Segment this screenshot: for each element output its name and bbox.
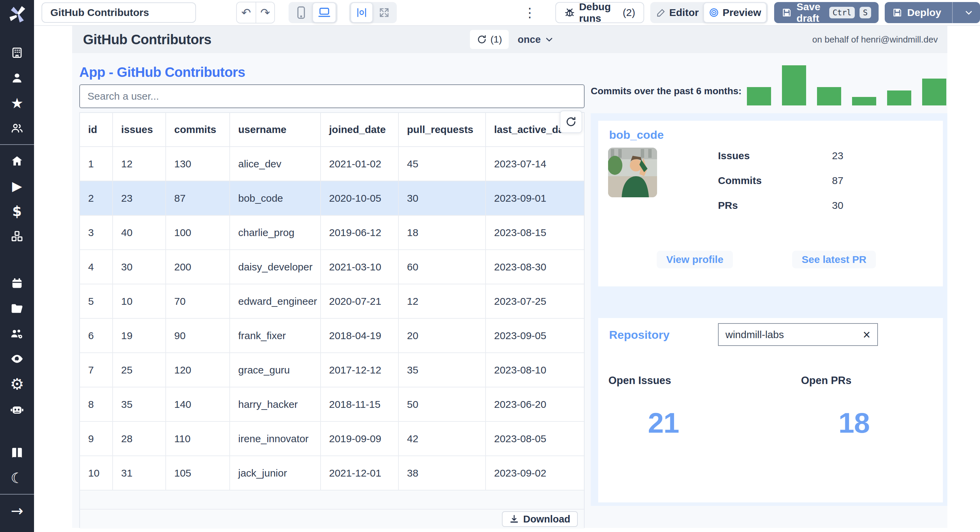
table-cell: 100 [166,216,230,249]
table-row[interactable]: 835140harry_hacker2018-11-15502023-06-20 [80,387,584,422]
home-icon[interactable] [0,148,34,173]
table-row[interactable]: 51070edward_engineer2020-07-21122023-07-… [80,284,584,319]
chart-bar [747,87,771,105]
book-icon[interactable] [0,440,34,465]
table-cell: 30 [399,181,486,215]
repository-card: Repository windmill-labs × Open Issues O… [598,318,943,502]
chart-bar [817,87,841,105]
robot-icon[interactable] [0,397,34,422]
moon-icon[interactable]: ☾ [0,465,34,491]
column-header-issues[interactable]: issues [113,113,166,146]
table-cell: 2023-08-30 [486,250,584,284]
app-title-input[interactable] [41,2,196,23]
table-cell: 7 [80,353,113,387]
table-row[interactable]: 928110irene_innovator2019-09-09422023-08… [80,422,584,456]
editor-tab[interactable]: Editor [652,3,704,22]
table-cell: edward_engineer [230,284,321,318]
table-cell: 2023-08-05 [486,422,584,456]
table-row[interactable]: 112130alice_dev2021-01-02452023-07-14 [80,147,584,181]
table-row[interactable]: 1031105jack_junior2021-12-01382023-09-02 [80,456,584,491]
commits-bar-chart [747,53,946,105]
deploy-chevron-down-icon[interactable] [958,8,980,17]
desktop-view-button[interactable] [312,2,336,23]
play-icon[interactable]: ▶ [0,173,34,199]
table-cell: 10 [80,456,113,490]
stat-value-issues: 23 [832,150,843,162]
table-row[interactable]: 22387bob_code2020-10-05302023-09-01 [80,181,584,216]
deploy-button[interactable]: Deploy [885,2,980,23]
table-cell: 10 [113,284,166,318]
more-options-kebab[interactable]: ⋮ [523,6,536,19]
redo-button[interactable]: ↷ [256,2,274,23]
clear-input-icon[interactable]: × [863,328,870,341]
undo-button[interactable]: ↶ [237,2,256,23]
eye-icon[interactable] [0,346,34,372]
debug-runs-button[interactable]: Debug runs (2) [555,2,644,23]
repository-card-title: Repository [609,328,670,341]
full-width-button[interactable] [373,3,395,22]
download-icon [509,514,519,524]
table-row[interactable]: 725120grace_guru2017-12-12352023-08-10 [80,353,584,387]
table-row[interactable]: 340100charlie_prog2019-06-12182023-08-15 [80,216,584,250]
see-latest-pr-button[interactable]: See latest PR [792,251,876,268]
table-cell: jack_junior [230,456,321,490]
app-refresh-button[interactable]: (1) [470,30,509,49]
building-icon[interactable] [0,40,34,65]
column-header-joined_date[interactable]: joined_date [321,113,399,146]
sidebar-divider [0,144,34,145]
table-cell: daisy_developer [230,250,321,284]
centered-width-button[interactable] [350,2,373,23]
device-toggle-group [288,2,337,23]
user-card: bob_code Issues [598,121,943,286]
open-prs-label: Open PRs [801,375,851,387]
table-cell: 2021-03-10 [321,250,399,284]
folder-icon[interactable] [0,296,34,321]
table-cell: 38 [399,456,486,490]
table-cell: 2023-09-05 [486,319,584,353]
schedule-select[interactable]: once [517,34,554,45]
star-icon[interactable]: ★ [0,91,34,116]
chart-title: Commits over the past 6 months: [591,86,741,97]
column-header-username[interactable]: username [230,113,321,146]
table-cell: 18 [399,216,486,249]
debug-runs-count: (2) [623,7,635,18]
users-icon[interactable] [0,116,34,141]
download-button[interactable]: Download [502,511,578,527]
view-profile-button[interactable]: View profile [657,251,733,268]
table-row[interactable]: 430200daisy_developer2021-03-10602023-08… [80,250,584,284]
layout-toggle-group [349,2,397,23]
calendar-icon[interactable] [0,271,34,296]
search-input[interactable] [79,84,585,108]
repository-input[interactable]: windmill-labs × [718,323,878,346]
table-cell: 19 [113,319,166,353]
gear-icon[interactable]: ⚙ [0,372,34,397]
table-cell: 40 [113,216,166,249]
app-inner-title: App - GitHub Contributors [79,65,245,80]
column-header-id[interactable]: id [80,113,113,146]
arrow-right-icon[interactable]: → [0,498,34,523]
stat-value-commits: 87 [832,175,843,186]
table-cell: 45 [399,147,486,181]
user-card-username: bob_code [609,128,664,141]
preview-tab[interactable]: Preview [703,2,766,23]
table-cell: harry_hacker [230,387,321,421]
dollar-icon[interactable]: $ [0,199,34,224]
table-refresh-button[interactable] [560,111,582,133]
cubes-icon[interactable] [0,224,34,249]
page-title: GitHub Contributors [83,32,211,47]
save-draft-button[interactable]: Save draft Ctrl S [774,2,878,23]
table-row[interactable]: 61990frank_fixer2018-04-19202023-09-05 [80,319,584,353]
column-header-commits[interactable]: commits [166,113,230,146]
table-cell: bob_code [230,181,321,215]
person-icon[interactable] [0,65,34,91]
mobile-view-button[interactable] [290,3,312,22]
ctrl-key-badge: Ctrl [829,7,855,18]
stat-label-issues: Issues [718,150,749,162]
column-header-pull_requests[interactable]: pull_requests [399,113,486,146]
table-cell: 35 [113,387,166,421]
windmill-logo[interactable] [8,5,27,25]
table-cell: 140 [166,387,230,421]
users-gear-icon[interactable] [0,321,34,346]
chart-bar [852,97,876,105]
table-cell: 2020-10-05 [321,181,399,215]
